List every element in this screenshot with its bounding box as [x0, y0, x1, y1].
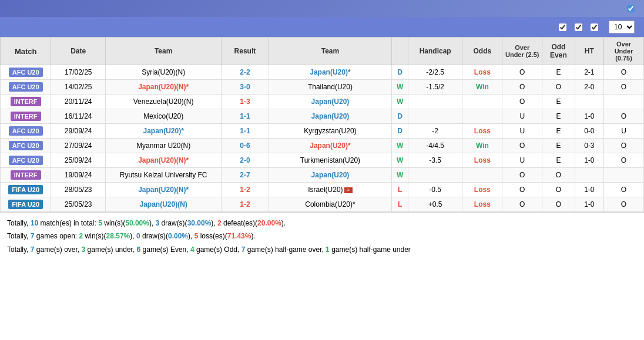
- odd-even: E: [542, 139, 575, 153]
- match-wdl: W: [392, 139, 408, 153]
- match-wdl: W: [392, 95, 408, 109]
- match-result[interactable]: 1-3: [222, 95, 269, 109]
- match-badge: INTERF: [11, 112, 41, 121]
- afc-filter[interactable]: [591, 23, 601, 31]
- over-under-075: O: [604, 197, 644, 212]
- odds: Loss: [462, 183, 502, 197]
- match-result[interactable]: 2-2: [222, 65, 269, 80]
- ht-score: 1-0: [575, 109, 603, 124]
- odds: Loss: [462, 65, 502, 80]
- fifa-filter[interactable]: [575, 23, 585, 31]
- team1-name[interactable]: Mexico(U20): [105, 109, 221, 124]
- over-under-075: U: [604, 124, 644, 139]
- team2-name[interactable]: Colombia(U20)*: [269, 197, 392, 212]
- scores-table: Match Date Team Result Team Handicap Odd…: [0, 37, 644, 212]
- match-result[interactable]: 1-1: [222, 109, 269, 124]
- col-over-under-25: Over Under (2.5): [502, 38, 542, 65]
- team2-name[interactable]: Thailand(U20): [269, 80, 392, 95]
- display-notes-checkbox[interactable]: [627, 5, 637, 12]
- over-under-075: O: [604, 139, 644, 153]
- team2-name[interactable]: Turkmenistan(U20): [269, 153, 392, 168]
- table-row: AFC U2025/09/24Japan(U20)(N)*2-0Turkmeni…: [1, 153, 644, 168]
- last-games-select[interactable]: 5 10 15 20 30 50: [609, 21, 635, 33]
- ht-score: 2-0: [575, 80, 603, 95]
- match-wdl: L: [392, 183, 408, 197]
- odds: Loss: [462, 153, 502, 168]
- odds: Win: [462, 80, 502, 95]
- team1-name[interactable]: Japan(U20)(N)*: [105, 183, 221, 197]
- match-badge-cell: FIFA U20: [1, 197, 51, 212]
- team1-name[interactable]: Myanmar U20(N): [105, 139, 221, 153]
- over-under-25: O: [502, 95, 542, 109]
- team1-name[interactable]: Venezuela(U20)(N): [105, 95, 221, 109]
- match-date: 25/05/23: [51, 197, 106, 212]
- handicap: -1.5/2: [408, 80, 462, 95]
- match-date: 29/09/24: [51, 124, 106, 139]
- match-badge-cell: AFC U20: [1, 153, 51, 168]
- table-row: FIFA U2025/05/23Japan(U20)(N)1-2Colombia…: [1, 197, 644, 212]
- col-team1: Team: [105, 38, 221, 65]
- header-right: [627, 5, 637, 12]
- match-wdl: W: [392, 153, 408, 168]
- match-result[interactable]: 2-7: [222, 168, 269, 183]
- odd-even: E: [542, 153, 575, 168]
- col-team2: Team: [269, 38, 392, 65]
- over-under-25: U: [502, 124, 542, 139]
- match-badge: INTERF: [11, 97, 41, 106]
- over-under-075: [604, 168, 644, 183]
- team2-name[interactable]: Israel(U20)🏳: [269, 183, 392, 197]
- ht-score: [575, 95, 603, 109]
- match-badge: AFC U20: [9, 68, 43, 77]
- team2-name[interactable]: Japan(U20): [269, 109, 392, 124]
- match-badge-cell: AFC U20: [1, 80, 51, 95]
- team2-name[interactable]: Japan(U20)*: [269, 139, 392, 153]
- over-under-075: O: [604, 80, 644, 95]
- team1-name[interactable]: Japan(U20)*: [105, 124, 221, 139]
- odd-even: O: [542, 183, 575, 197]
- handicap: [408, 168, 462, 183]
- team1-name[interactable]: Japan(U20)(N)*: [105, 80, 221, 95]
- match-result[interactable]: 2-0: [222, 153, 269, 168]
- match-badge: AFC U20: [9, 126, 43, 136]
- team2-name[interactable]: Japan(U20): [269, 168, 392, 183]
- team2-name[interactable]: Japan(U20): [269, 95, 392, 109]
- over-under-25: O: [502, 80, 542, 95]
- table-row: AFC U2014/02/25Japan(U20)(N)*3-0Thailand…: [1, 80, 644, 95]
- match-wdl: D: [392, 109, 408, 124]
- team1-name[interactable]: Japan(U20)(N)*: [105, 153, 221, 168]
- team2-name[interactable]: Kyrgyzstan(U20): [269, 124, 392, 139]
- match-result[interactable]: 0-6: [222, 139, 269, 153]
- team1-name[interactable]: Ryutsu Keizai University FC: [105, 168, 221, 183]
- col-ht: HT: [575, 38, 603, 65]
- table-row: INTERF20/11/24Venezuela(U20)(N)1-3Japan(…: [1, 95, 644, 109]
- match-date: 17/02/25: [51, 65, 106, 80]
- summary-line2: Totally, 7 games open: 2 win(s)(28.57%),…: [7, 230, 637, 242]
- summary-area: Totally, 10 match(es) in total: 5 win(s)…: [0, 212, 644, 261]
- team1-name[interactable]: Syria(U20)(N): [105, 65, 221, 80]
- match-badge: INTERF: [11, 170, 41, 180]
- handicap: -3.5: [408, 153, 462, 168]
- ht-score: 0-3: [575, 139, 603, 153]
- match-wdl: W: [392, 168, 408, 183]
- team1-name[interactable]: Japan(U20)(N): [105, 197, 221, 212]
- match-result[interactable]: 3-0: [222, 80, 269, 95]
- table-row: AFC U2017/02/25Syria(U20)(N)2-2Japan(U20…: [1, 65, 644, 80]
- match-badge: FIFA U20: [8, 185, 43, 194]
- col-match: Match: [1, 38, 51, 65]
- match-badge-cell: AFC U20: [1, 124, 51, 139]
- over-under-25: O: [502, 197, 542, 212]
- match-date: 16/11/24: [51, 109, 106, 124]
- match-result[interactable]: 1-1: [222, 124, 269, 139]
- table-row: AFC U2029/09/24Japan(U20)*1-1Kyrgyzstan(…: [1, 124, 644, 139]
- match-badge-cell: FIFA U20: [1, 183, 51, 197]
- match-result[interactable]: 1-2: [222, 197, 269, 212]
- interf-filter[interactable]: [559, 23, 569, 31]
- team2-name[interactable]: Japan(U20)*: [269, 65, 392, 80]
- ht-score: 1-0: [575, 153, 603, 168]
- last-games-selector: 5 10 15 20 30 50: [606, 21, 637, 33]
- match-wdl: D: [392, 124, 408, 139]
- match-result[interactable]: 1-2: [222, 183, 269, 197]
- match-badge: FIFA U20: [8, 200, 43, 209]
- match-date: 28/05/23: [51, 183, 106, 197]
- match-wdl: L: [392, 197, 408, 212]
